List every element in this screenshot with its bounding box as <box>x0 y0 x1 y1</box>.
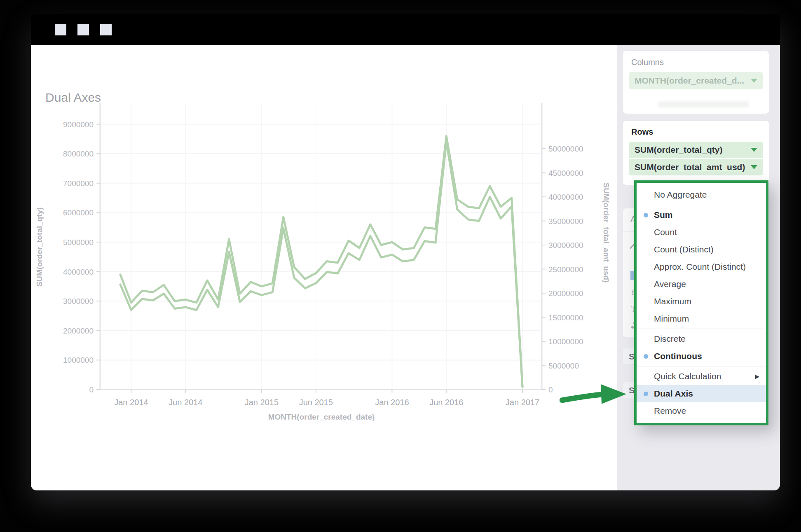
menu-item-continuous[interactable]: Continuous <box>637 348 766 365</box>
bullet-placeholder <box>644 317 648 321</box>
chevron-down-icon[interactable] <box>751 165 757 169</box>
menu-item-sum[interactable]: Sum <box>637 206 766 224</box>
menu-item-count[interactable]: Count <box>637 224 766 241</box>
window-body: Dual Axes 010000002000000300000040000005… <box>31 45 780 490</box>
menu-separator <box>637 329 766 329</box>
chart-plot[interactable]: 0100000020000003000000400000050000006000… <box>31 45 617 490</box>
right-axis-tick-label: 30000000 <box>548 241 583 250</box>
menu-item-minimum[interactable]: Minimum <box>637 310 766 327</box>
left-axis-tick-label: 9000000 <box>63 120 94 129</box>
aggregation-menu: No AggregateSumCountCount (Distinct)Appr… <box>634 180 768 425</box>
menu-item-label: Approx. Count (Distinct) <box>654 262 746 272</box>
menu-item-count-distinct[interactable]: Count (Distinct) <box>637 241 766 258</box>
right-axis-tick-label: 0 <box>548 385 553 394</box>
bullet-placeholder <box>644 337 648 341</box>
columns-card: Columns MONTH(order_created_d... <box>623 51 769 114</box>
x-axis-tick-label: Jan 2014 <box>114 398 148 407</box>
columns-label: Columns <box>631 58 769 67</box>
right-axis-title: SUM(order_total_amt_usd) <box>602 183 611 283</box>
annotation-arrow-icon <box>560 379 630 410</box>
chevron-down-icon[interactable] <box>751 148 757 152</box>
app-window: Dual Axes 010000002000000300000040000005… <box>31 14 780 490</box>
selected-bullet-icon <box>644 213 648 217</box>
left-axis-tick-label: 6000000 <box>63 208 94 217</box>
rows-pill-label: SUM(order_total_amt_usd) <box>635 162 745 172</box>
submenu-arrow-icon: ▶ <box>755 373 759 380</box>
bullet-placeholder <box>644 230 648 235</box>
window-control-square-3[interactable] <box>100 24 112 35</box>
x-axis-tick-label: Jun 2015 <box>299 398 333 407</box>
right-axis-tick-label: 40000000 <box>548 193 583 201</box>
rows-card: Rows SUM(order_total_qty) SUM(order_tota… <box>623 120 769 185</box>
left-axis-tick-label: 2000000 <box>63 327 94 335</box>
chevron-down-icon[interactable] <box>751 79 757 83</box>
menu-item-no-aggregate[interactable]: No Aggregate <box>637 186 766 203</box>
menu-item-label: Maximum <box>654 296 691 306</box>
rows-pill-group: SUM(order_total_qty) SUM(order_total_amt… <box>629 142 763 175</box>
rows-pill-order-total-amt-usd[interactable]: SUM(order_total_amt_usd) <box>629 158 763 175</box>
menu-item-label: Continuous <box>654 351 702 361</box>
left-axis-tick-label: 8000000 <box>63 149 94 158</box>
menu-item-label: Remove <box>654 406 686 416</box>
bullet-placeholder <box>644 193 648 197</box>
bullet-placeholder <box>644 409 648 413</box>
x-axis-tick-label: Jun 2014 <box>169 398 202 407</box>
left-axis-tick-label: 0 <box>89 385 94 394</box>
menu-item-label: Count <box>654 227 677 237</box>
right-axis-tick-label: 50000000 <box>548 145 583 153</box>
bullet-placeholder <box>644 299 648 304</box>
menu-item-label: Sum <box>654 210 673 220</box>
selected-bullet-icon <box>644 392 648 396</box>
left-axis-tick-label: 7000000 <box>63 179 94 188</box>
menu-item-approx-count-distinct[interactable]: Approx. Count (Distinct) <box>637 258 766 275</box>
columns-pill-label: MONTH(order_created_d... <box>635 76 744 86</box>
menu-separator <box>637 205 766 205</box>
menu-item-label: Average <box>654 279 686 289</box>
right-axis-tick-label: 45000000 <box>548 169 583 177</box>
menu-item-quick-calculation[interactable]: Quick Calculation▶ <box>637 368 766 385</box>
x-axis-tick-label: Jan 2016 <box>375 398 409 407</box>
rows-pill-order-total-qty[interactable]: SUM(order_total_qty) <box>629 142 763 158</box>
shelf-panel: Columns MONTH(order_created_d... Rows SU… <box>617 45 780 490</box>
left-axis-tick-label: 4000000 <box>63 268 94 276</box>
window-titlebar <box>31 14 780 45</box>
left-axis-title: SUM(order_total_qty) <box>35 207 44 287</box>
x-axis-tick-label: Jan 2015 <box>245 398 279 407</box>
right-axis-tick-label: 5000000 <box>548 362 579 370</box>
right-axis-tick-label: 10000000 <box>548 337 583 346</box>
bullet-placeholder <box>644 374 648 379</box>
columns-pill-month[interactable]: MONTH(order_created_d... <box>629 72 763 89</box>
right-axis-tick-label: 25000000 <box>548 265 583 274</box>
x-axis-tick-label: Jun 2016 <box>429 398 463 407</box>
selected-bullet-icon <box>644 354 648 359</box>
window-control-square-2[interactable] <box>77 24 89 35</box>
x-axis-title: MONTH(order_created_date) <box>268 413 375 422</box>
screenshot-stage: Dual Axes 010000002000000300000040000005… <box>0 0 801 532</box>
chart-area: Dual Axes 010000002000000300000040000005… <box>31 45 617 490</box>
bullet-placeholder <box>644 247 648 252</box>
left-axis-tick-label: 3000000 <box>63 297 94 306</box>
menu-item-label: Discrete <box>654 334 686 344</box>
menu-item-average[interactable]: Average <box>637 275 766 293</box>
bullet-placeholder <box>644 282 648 287</box>
right-axis-tick-label: 15000000 <box>548 313 583 322</box>
bullet-placeholder <box>644 265 648 269</box>
menu-item-label: Quick Calculation <box>654 371 721 381</box>
menu-item-dual-axis[interactable]: Dual Axis <box>637 385 766 402</box>
menu-item-label: Minimum <box>654 314 689 324</box>
left-axis-tick-label: 5000000 <box>63 238 94 247</box>
rows-label: Rows <box>631 127 769 137</box>
x-axis-tick-label: Jan 2017 <box>506 398 539 407</box>
menu-item-label: No Aggregate <box>654 190 707 200</box>
right-axis-tick-label: 20000000 <box>548 289 583 298</box>
line-order-total-qty[interactable] <box>120 136 522 387</box>
menu-separator <box>637 366 766 366</box>
rows-pill-label: SUM(order_total_qty) <box>635 145 723 155</box>
line-order-total-amt-usd[interactable] <box>120 142 522 387</box>
menu-item-maximum[interactable]: Maximum <box>637 293 766 310</box>
menu-item-discrete[interactable]: Discrete <box>637 330 766 348</box>
dimmed-ghost-text <box>658 101 749 107</box>
menu-item-remove[interactable]: Remove <box>637 402 766 420</box>
window-control-square-1[interactable] <box>55 24 66 35</box>
menu-item-label: Dual Axis <box>654 389 693 399</box>
